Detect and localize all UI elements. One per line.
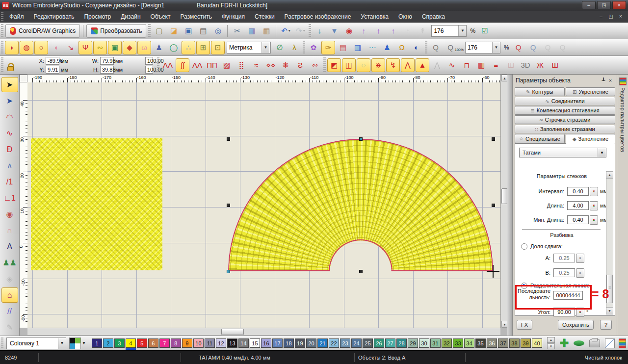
dash-box-button[interactable]: ▥: [474, 58, 488, 72]
zoom-color-button[interactable]: Q: [512, 41, 525, 54]
color-swatch-23[interactable]: 23: [340, 338, 350, 348]
hoop-button[interactable]: ◯: [167, 41, 181, 54]
color-swatch-25[interactable]: 25: [363, 338, 373, 348]
sequence-field[interactable]: 00004444: [553, 291, 583, 300]
thread-icon[interactable]: [574, 340, 584, 346]
x-field[interactable]: -89.96: [46, 57, 59, 65]
chevron-down-icon[interactable]: ▾: [303, 29, 305, 33]
grid-button[interactable]: ⊞: [196, 41, 210, 54]
color-swatch-16[interactable]: 16: [261, 338, 271, 348]
units-combo[interactable]: ▼: [227, 42, 271, 53]
color-swatch-30[interactable]: 30: [419, 338, 429, 348]
three-d-button[interactable]: 3D: [519, 58, 532, 72]
colorway-combo[interactable]: Colorway 1 ▼: [6, 338, 66, 349]
chevron-down-icon[interactable]: ▼: [58, 338, 66, 349]
hoop-send-button[interactable]: ↟: [416, 24, 429, 38]
import-design-button[interactable]: ↓: [313, 24, 326, 38]
tab-special[interactable]: ☆ Специальные: [515, 134, 565, 143]
cut-button[interactable]: ✂: [230, 24, 244, 38]
menu-item-8[interactable]: Стежки: [250, 11, 280, 22]
color-swatch-26[interactable]: 26: [374, 338, 384, 348]
save-button[interactable]: Сохранить: [558, 320, 594, 330]
florentine-button[interactable]: ↯: [386, 58, 400, 72]
color-swatch-27[interactable]: 27: [385, 338, 395, 348]
help-button[interactable]: ?: [600, 320, 612, 330]
selection-handle-mid-right[interactable]: [492, 204, 495, 207]
chevron-down-icon[interactable]: ▼: [82, 341, 86, 345]
menu-item-9[interactable]: Растровое изображение: [280, 11, 356, 22]
length-spinner[interactable]: ▲▼: [590, 201, 598, 210]
contour-stitch-button[interactable]: ≈: [249, 58, 263, 72]
coreldraw-graphics-button[interactable]: CorelDRAW Graphics: [5, 24, 80, 38]
queue-button[interactable]: ↑: [401, 24, 415, 38]
chevron-down-icon[interactable]: ▼: [598, 148, 606, 157]
zoom-input[interactable]: [466, 43, 492, 52]
tool-monogram[interactable]: ◈: [1, 271, 18, 286]
angle-spinner[interactable]: ▲▼: [576, 308, 584, 317]
tatami-stitch-button[interactable]: ∫∫: [176, 58, 189, 72]
color-swatch-28[interactable]: 28: [396, 338, 407, 348]
zoom-dots-button[interactable]: Q: [526, 41, 540, 54]
import-image-button[interactable]: ▼: [327, 24, 341, 38]
color-swatch-31[interactable]: 31: [430, 338, 441, 348]
restore-button[interactable]: ◳: [597, 1, 611, 9]
tool-reshape[interactable]: ➤: [1, 93, 18, 108]
print-button[interactable]: ▤: [196, 24, 210, 38]
menu-item-3[interactable]: Просмотр: [79, 11, 116, 22]
color-swatch-33[interactable]: 33: [453, 338, 463, 348]
tool-applique-figures[interactable]: ♟♟: [1, 255, 18, 270]
no-color-icon[interactable]: [605, 338, 615, 348]
dot-fill-button[interactable]: ⣿: [235, 58, 248, 72]
interval-field[interactable]: 0.40: [567, 187, 589, 196]
beads-button[interactable]: ∴: [182, 41, 195, 54]
color-palette-editor-strip[interactable]: Редактор палитры цветов: [617, 75, 628, 336]
menu-item-12[interactable]: Справка: [417, 11, 450, 22]
color-swatch-40[interactable]: 40: [532, 338, 542, 348]
palette-up-arrow[interactable]: ▲: [547, 337, 555, 343]
color-swatch-10[interactable]: 10: [193, 338, 204, 348]
print-preview-button[interactable]: ◎: [211, 24, 225, 38]
tool-line-1[interactable]: /1: [1, 174, 18, 189]
run-stitch-button[interactable]: ΛΛ: [161, 58, 175, 72]
tool-select[interactable]: ➤: [1, 77, 18, 92]
doc-restore-button[interactable]: ◳: [606, 14, 615, 19]
horizontal-scrollbar-thumb[interactable]: [221, 329, 244, 335]
branching-button[interactable]: Ψ: [78, 41, 92, 54]
zoom-100-button[interactable]: Q: [444, 41, 457, 54]
horizontal-scrollbar[interactable]: [27, 328, 500, 335]
new-file-button[interactable]: ▢: [152, 24, 166, 38]
color-swatch-21[interactable]: 21: [317, 338, 328, 348]
ruler-fill-button[interactable]: ◫: [342, 58, 356, 72]
lattice-stitch-button[interactable]: ⋄⋄: [264, 58, 278, 72]
b-field[interactable]: 0.25: [553, 268, 575, 277]
tool-ring[interactable]: ∩: [1, 223, 18, 238]
color-swatch-15[interactable]: 15: [250, 338, 260, 348]
tool-polyline-1[interactable]: ∟1: [1, 190, 18, 206]
zigzag-stitch-button[interactable]: ΛΛ: [190, 58, 204, 72]
min-length-field[interactable]: 0.40: [567, 215, 589, 224]
palette-grid-icon[interactable]: [69, 338, 81, 349]
object-properties-button[interactable]: ✑: [321, 41, 335, 54]
color-swatch-36[interactable]: 36: [487, 338, 497, 348]
stitch-type-dropdown[interactable]: Татами ▼: [519, 148, 606, 157]
color-swatch-13[interactable]: 13: [227, 338, 237, 348]
send-to-usb-button[interactable]: ↑: [386, 24, 400, 38]
design-zoom-input[interactable]: [432, 26, 458, 36]
tab-rhinestone-run[interactable]: ∞ Строчка стразами: [515, 115, 615, 124]
tool-pencil-star[interactable]: ✎: [1, 320, 18, 335]
color-object-list-button[interactable]: ▤: [336, 41, 350, 54]
color-swatch-38[interactable]: 38: [509, 338, 520, 348]
menu-item-4[interactable]: Дизайн: [116, 11, 145, 22]
convert-button[interactable]: Преобразовать: [86, 24, 146, 38]
tool-freehand[interactable]: ∿: [1, 126, 18, 141]
team-names-button[interactable]: ♟: [380, 41, 394, 54]
panel-splitter[interactable]: [507, 75, 512, 336]
paste-button[interactable]: ▦: [260, 24, 273, 38]
tab-fill[interactable]: ◆ Заполнение: [566, 134, 615, 144]
offset-fraction-radio[interactable]: [521, 243, 527, 250]
design-properties-button[interactable]: ✿: [307, 41, 320, 54]
selection-handle-mid-left[interactable]: [227, 204, 230, 207]
color-swatch-9[interactable]: 9: [182, 338, 192, 348]
color-swatch-35[interactable]: 35: [475, 338, 486, 348]
scale-y-field[interactable]: 100.00: [145, 66, 153, 74]
